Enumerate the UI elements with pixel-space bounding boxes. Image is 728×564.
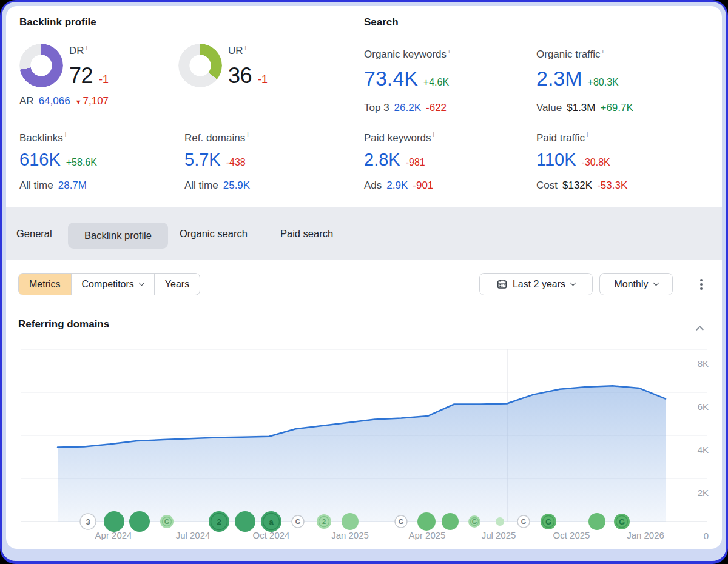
google-update-marker[interactable]: G: [292, 515, 304, 528]
ads-line: Ads 2.9K -901: [364, 180, 434, 192]
dr-label: DR: [69, 45, 84, 56]
view-mode-switcher: Metrics Competitors Years: [18, 273, 200, 295]
ur-change: -1: [258, 73, 268, 86]
ar-label: AR: [19, 95, 34, 107]
ref-domains-stat: Ref. domainsi 5.7K -438 All time 25.9K: [184, 129, 250, 192]
svg-text:a: a: [269, 517, 274, 526]
ar-line: AR 64,066 ▼7,107: [19, 95, 109, 107]
dr-value: 72: [69, 63, 93, 89]
info-icon[interactable]: i: [448, 47, 450, 55]
y-axis-tick: 0: [704, 531, 709, 541]
google-update-marker[interactable]: [342, 513, 359, 530]
info-icon[interactable]: i: [247, 131, 248, 138]
svg-text:G: G: [164, 518, 170, 525]
competitors-segment[interactable]: Competitors: [71, 274, 154, 295]
ref-domains-alltime: All time 25.9K: [184, 180, 250, 192]
google-update-marker[interactable]: [588, 513, 605, 530]
organic-traffic-value: 2.3M: [536, 66, 582, 90]
referring-domains-chart: 8K6K4K2K0Apr 2024Jul 2024Oct 2024Jan 202…: [6, 346, 722, 549]
tab-organic-search[interactable]: Organic search: [180, 207, 248, 260]
domain-overview-card: Backlink profile DRi 72 -1 AR 64,066 ▼7,…: [6, 6, 722, 549]
y-axis-tick: 4K: [698, 445, 709, 455]
google-update-marker[interactable]: [104, 511, 124, 532]
ur-label: UR: [228, 45, 243, 56]
date-range-button[interactable]: Last 2 years: [479, 273, 593, 295]
ref-domains-value: 5.7K: [184, 150, 221, 170]
google-update-marker[interactable]: G: [517, 515, 530, 528]
ar-change: ▼7,107: [75, 95, 109, 107]
search-heading: Search: [364, 16, 399, 29]
chevron-down-icon: [653, 280, 659, 286]
ar-value: 64,066: [39, 95, 70, 107]
paid-traffic-value: 110K: [536, 150, 576, 170]
google-update-marker[interactable]: 2: [317, 514, 331, 529]
organic-traffic-change: +80.3K: [588, 70, 619, 95]
top3-line: Top 3 26.2K -622: [364, 102, 450, 114]
organic-keywords-stat: Organic keywordsi 73.4K +4.6K Top 3 26.2…: [364, 45, 450, 114]
info-icon[interactable]: i: [433, 131, 434, 138]
google-update-marker[interactable]: [496, 517, 504, 526]
info-icon[interactable]: i: [602, 47, 604, 55]
tab-general[interactable]: General: [16, 207, 52, 260]
backlink-profile-heading: Backlink profile: [19, 16, 96, 29]
organic-keywords-change: +4.6K: [423, 70, 449, 95]
y-axis-tick: 6K: [698, 401, 709, 412]
google-update-marker[interactable]: [129, 511, 150, 532]
backlinks-alltime: All time 28.7M: [19, 180, 97, 192]
dr-change: -1: [99, 73, 109, 86]
x-axis-tick: Jan 2025: [331, 530, 369, 540]
tab-paid-search[interactable]: Paid search: [280, 207, 333, 260]
svg-text:G: G: [619, 517, 625, 526]
ur-donut-gauge: [178, 44, 222, 87]
stats-divider: [351, 21, 351, 194]
y-axis-tick: 2K: [698, 488, 709, 498]
triangle-down-icon: ▼: [75, 98, 82, 106]
google-update-marker[interactable]: G: [614, 514, 630, 529]
info-icon[interactable]: i: [245, 44, 246, 51]
ur-value: 36: [228, 63, 252, 89]
granularity-button[interactable]: Monthly: [599, 273, 673, 295]
google-update-marker[interactable]: G: [160, 515, 174, 528]
x-axis-tick: Jul 2025: [482, 530, 516, 540]
organic-traffic-stat: Organic traffici 2.3M +80.3K Value $1.3M…: [536, 45, 633, 114]
paid-keywords-value: 2.8K: [364, 150, 400, 170]
calendar-icon: [497, 279, 507, 289]
more-options-button[interactable]: [693, 276, 709, 292]
info-icon[interactable]: i: [65, 131, 66, 138]
svg-text:G: G: [399, 518, 404, 525]
google-update-marker[interactable]: 3: [80, 514, 96, 529]
cost-line: Cost $132K -53.3K: [536, 180, 627, 192]
paid-keywords-label: Paid keywords: [364, 132, 431, 144]
overview-tabs: General Backlink profile Organic search …: [6, 207, 722, 260]
google-update-marker[interactable]: [417, 512, 436, 531]
google-update-marker[interactable]: [235, 511, 255, 532]
paid-traffic-change: -30.8K: [582, 152, 610, 172]
google-update-marker[interactable]: a: [261, 511, 281, 532]
info-icon[interactable]: i: [86, 44, 87, 51]
app-window: Backlink profile DRi 72 -1 AR 64,066 ▼7,…: [0, 0, 728, 564]
x-axis-tick: Jan 2026: [627, 530, 664, 540]
metrics-segment[interactable]: Metrics: [19, 274, 71, 295]
paid-traffic-label: Paid traffic: [536, 132, 585, 144]
ref-domains-label: Ref. domains: [184, 132, 245, 144]
x-axis-tick: Oct 2025: [553, 530, 590, 540]
x-axis-tick: Jul 2024: [176, 530, 211, 540]
ur-stat: URi 36 -1: [228, 44, 268, 89]
organic-keywords-label: Organic keywords: [364, 49, 447, 60]
chevron-up-icon: [696, 326, 704, 334]
collapse-section-button[interactable]: [692, 321, 707, 335]
traffic-value-line: Value $1.3M +69.7K: [536, 102, 633, 114]
backlinks-change: +58.6K: [66, 152, 97, 172]
google-update-marker[interactable]: [442, 513, 459, 530]
section-divider: [6, 304, 722, 304]
google-update-marker[interactable]: 2: [209, 511, 229, 532]
info-icon[interactable]: i: [587, 131, 588, 138]
paid-keywords-change: -981: [406, 152, 425, 172]
tab-backlink-profile[interactable]: Backlink profile: [68, 223, 168, 249]
google-update-marker[interactable]: G: [468, 515, 480, 528]
google-update-marker[interactable]: G: [395, 515, 407, 528]
backlinks-value: 616K: [19, 150, 61, 170]
chevron-down-icon: [570, 280, 576, 286]
years-segment[interactable]: Years: [154, 274, 200, 295]
google-update-marker[interactable]: G: [541, 514, 556, 529]
